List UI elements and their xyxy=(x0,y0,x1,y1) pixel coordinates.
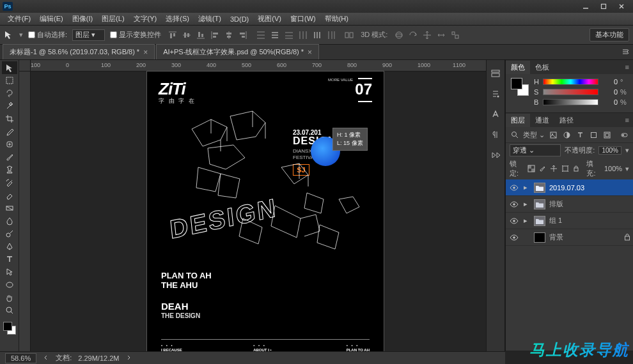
canvas-artboard[interactable]: ZiTi 字 由 字 在 MORE VALUE 07 23.07.201 DES… xyxy=(147,72,384,351)
auto-select-target-dropdown[interactable]: 图层 ▾ xyxy=(72,29,105,41)
clone-stamp-tool[interactable] xyxy=(2,163,17,176)
auto-select-checkbox[interactable]: 自动选择: xyxy=(28,30,67,40)
status-menu-chevron[interactable] xyxy=(125,354,132,362)
type-tool[interactable] xyxy=(2,253,17,266)
lock-transparency-icon[interactable] xyxy=(528,164,536,173)
filter-smart-icon[interactable] xyxy=(602,130,612,140)
lasso-tool[interactable] xyxy=(2,87,17,100)
slider-value[interactable]: 0 xyxy=(601,98,618,106)
eraser-tool[interactable] xyxy=(2,189,17,202)
distribute-right-icon[interactable] xyxy=(325,29,338,42)
menu-9[interactable]: 窗口(W) xyxy=(286,13,320,25)
healing-brush-tool[interactable] xyxy=(2,138,17,151)
lock-artboard-icon[interactable] xyxy=(561,164,569,173)
color-slider-h[interactable] xyxy=(543,79,598,85)
blend-mode-dropdown[interactable]: 穿透 ⌄ xyxy=(510,144,561,156)
zoom-tool[interactable] xyxy=(2,304,17,317)
close-tab-icon[interactable]: × xyxy=(308,48,312,57)
menu-3[interactable]: 图层(L) xyxy=(98,13,128,25)
window-close-button[interactable] xyxy=(613,1,630,11)
menu-1[interactable]: 编辑(E) xyxy=(36,13,67,25)
tab-layers[interactable]: 图层 xyxy=(506,114,530,127)
crop-tool[interactable] xyxy=(2,112,17,125)
tab-overflow-button[interactable] xyxy=(621,48,629,57)
color-panel-swatch[interactable] xyxy=(511,78,529,96)
marquee-tool[interactable] xyxy=(2,74,17,87)
gradient-tool[interactable] xyxy=(2,202,17,215)
tab-paths[interactable]: 路径 xyxy=(554,114,579,127)
align-right-icon[interactable] xyxy=(237,29,249,42)
properties-dock-icon[interactable] xyxy=(488,87,503,101)
brush-tool[interactable] xyxy=(2,151,17,163)
document-tab-0[interactable]: 未标题-1 @ 58.6% (2019.07.03, RGB/8) *× xyxy=(3,44,155,59)
blur-tool[interactable] xyxy=(2,215,17,227)
layer-row[interactable]: ▸2019.07.03 xyxy=(506,179,633,196)
path-select-tool[interactable] xyxy=(2,266,17,278)
horizontal-ruler[interactable]: 100010020030040050060070080090010001100 xyxy=(31,60,505,72)
pan-3d-icon[interactable] xyxy=(421,29,434,42)
menu-5[interactable]: 选择(S) xyxy=(162,13,193,25)
scale-3d-icon[interactable] xyxy=(449,29,462,42)
align-bottom-icon[interactable] xyxy=(194,29,207,42)
caret-icon[interactable]: ▸ xyxy=(524,183,530,192)
menu-8[interactable]: 视图(V) xyxy=(254,13,285,25)
distribute-top-icon[interactable] xyxy=(254,29,267,42)
align-top-icon[interactable] xyxy=(166,29,179,42)
distribute-hcenter-icon[interactable] xyxy=(311,29,324,42)
distribute-bottom-icon[interactable] xyxy=(283,29,295,42)
history-brush-tool[interactable] xyxy=(2,176,17,189)
tab-color[interactable]: 颜色 xyxy=(506,61,530,74)
color-slider-s[interactable] xyxy=(543,89,598,95)
actions-dock-icon[interactable] xyxy=(488,148,503,162)
hand-tool[interactable] xyxy=(2,291,17,304)
workspace-switcher[interactable]: 基本功能 xyxy=(590,28,629,42)
vertical-ruler[interactable] xyxy=(19,72,31,351)
color-swatch-pair[interactable] xyxy=(2,321,17,336)
tab-swatches[interactable]: 色板 xyxy=(530,61,554,74)
character-dock-icon[interactable] xyxy=(488,107,503,121)
history-dock-icon[interactable] xyxy=(488,66,503,80)
menu-4[interactable]: 文字(Y) xyxy=(130,13,161,25)
menu-2[interactable]: 图像(I) xyxy=(68,13,97,25)
layers-panel-menu-icon[interactable]: ≡ xyxy=(621,116,633,124)
menu-6[interactable]: 滤镜(T) xyxy=(194,13,225,25)
caret-icon[interactable]: ▸ xyxy=(524,200,530,208)
fill-value[interactable]: 100% xyxy=(604,165,622,172)
menu-7[interactable]: 3D(D) xyxy=(226,14,253,24)
ruler-origin[interactable] xyxy=(19,60,31,72)
document-tab-1[interactable]: AI+PS-线框立体字效果.psd @ 50%(RGB/8) *× xyxy=(156,44,319,59)
menu-10[interactable]: 帮助(H) xyxy=(321,13,352,25)
pen-tool[interactable] xyxy=(2,240,17,253)
lock-position-icon[interactable] xyxy=(550,164,558,173)
filter-kind-icon[interactable] xyxy=(510,130,520,140)
visibility-eye-icon[interactable] xyxy=(508,234,520,241)
menu-0[interactable]: 文件(F) xyxy=(4,13,35,25)
color-slider-b[interactable] xyxy=(543,99,598,105)
move-tool[interactable] xyxy=(2,61,17,74)
auto-align-icon[interactable] xyxy=(343,29,356,42)
show-transform-checkbox[interactable]: 显示变换控件 xyxy=(110,30,161,40)
distribute-left-icon[interactable] xyxy=(297,29,309,42)
layer-row[interactable]: ▸排版 xyxy=(506,196,633,213)
filter-shape-icon[interactable] xyxy=(588,130,598,140)
tab-channels[interactable]: 通道 xyxy=(530,114,554,127)
visibility-eye-icon[interactable] xyxy=(508,201,520,208)
zoom-level[interactable]: 58.6% xyxy=(5,353,36,363)
dodge-tool[interactable] xyxy=(2,227,17,240)
filter-pixel-icon[interactable] xyxy=(548,130,558,140)
panel-menu-icon[interactable]: ≡ xyxy=(621,63,633,71)
slide-3d-icon[interactable] xyxy=(435,29,448,42)
caret-icon[interactable]: ▸ xyxy=(524,216,530,225)
visibility-eye-icon[interactable] xyxy=(508,185,520,191)
slider-value[interactable]: 0 xyxy=(601,88,618,96)
layer-kind-dropdown[interactable]: 类型 ⌄ xyxy=(523,130,545,140)
align-hcenter-icon[interactable] xyxy=(223,29,235,42)
tool-preset-dropdown[interactable]: ▾ xyxy=(19,31,23,39)
eyedropper-tool[interactable] xyxy=(2,125,17,138)
lock-paint-icon[interactable] xyxy=(538,164,547,173)
lock-all-icon[interactable] xyxy=(572,164,581,173)
paragraph-dock-icon[interactable] xyxy=(488,128,503,142)
zoom-step-left[interactable] xyxy=(43,354,49,362)
shape-tool[interactable] xyxy=(2,278,17,291)
filter-adjust-icon[interactable] xyxy=(561,130,572,140)
